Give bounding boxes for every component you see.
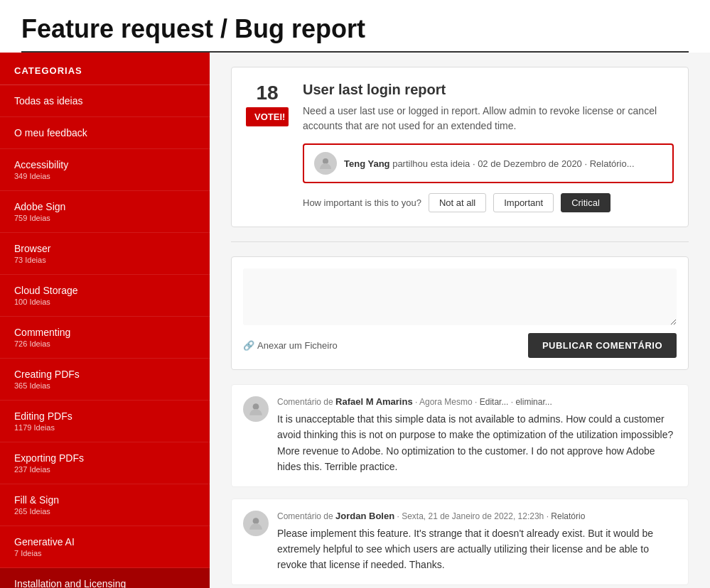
vote-button[interactable]: VOTEI! bbox=[246, 107, 289, 126]
importance-critical[interactable]: Critical bbox=[561, 193, 611, 212]
sidebar-item-label-3: Adobe Sign bbox=[14, 201, 195, 212]
comment-time-0: Agora Mesmo bbox=[419, 397, 473, 407]
sidebar-item-count-9: 237 Ideias bbox=[14, 465, 195, 474]
sidebar-item-label-0: Todas as ideias bbox=[14, 95, 195, 107]
comment-item-0: Comentário de Rafael M Amarins · Agora M… bbox=[231, 384, 689, 487]
comment-text-1: Please implement this feature. It's stra… bbox=[277, 526, 677, 573]
sidebar-item-count-5: 100 Ideias bbox=[14, 298, 195, 306]
comment-time-1: Sexta, 21 de Janeiro de 2022, 12:23h bbox=[402, 511, 544, 521]
attach-label: Anexar um Ficheiro bbox=[257, 340, 338, 351]
author-avatar bbox=[314, 152, 337, 175]
sidebar-item-label-7: Creating PDFs bbox=[14, 369, 195, 380]
sidebar-item-count-11: 7 Ideias bbox=[14, 549, 195, 557]
action-text: partilhou esta ideia bbox=[392, 158, 470, 169]
sidebar-item-label-10: Fill & Sign bbox=[14, 494, 195, 506]
main-content: 18 VOTEI! User last login report Need a … bbox=[210, 53, 710, 588]
sidebar-item-5[interactable]: Cloud Storage100 Ideias bbox=[0, 275, 210, 317]
sidebar-item-10[interactable]: Fill & Sign265 Ideias bbox=[0, 484, 210, 526]
attach-file-link[interactable]: 🔗 Anexar um Ficheiro bbox=[243, 340, 338, 351]
importance-not-at-all[interactable]: Not at all bbox=[429, 193, 486, 212]
sidebar-item-12[interactable]: Installation and Licensing582 Ideias bbox=[0, 568, 210, 588]
sidebar-item-label-8: Editing PDFs bbox=[14, 410, 195, 422]
sidebar-item-11[interactable]: Generative AI7 Ideias bbox=[0, 526, 210, 568]
comment-delete-link-1[interactable]: Relatório bbox=[551, 511, 585, 521]
sidebar-item-label-6: Commenting bbox=[14, 327, 195, 338]
comment-actions: 🔗 Anexar um Ficheiro PUBLICAR COMENTÁRIO bbox=[243, 333, 677, 358]
svg-point-2 bbox=[253, 518, 259, 524]
vote-section: 18 VOTEI! bbox=[246, 82, 289, 212]
sidebar-header: CATEGORIAS bbox=[0, 53, 210, 85]
sidebar-item-1[interactable]: O meu feedback bbox=[0, 117, 210, 149]
importance-important[interactable]: Important bbox=[493, 193, 554, 212]
comment-text-0: It is unacceptable that this simple data… bbox=[277, 411, 677, 475]
idea-title: User last login report bbox=[303, 82, 674, 98]
sidebar-item-count-10: 265 Ideias bbox=[14, 507, 195, 516]
sidebar: CATEGORIAS Todas as ideiasO meu feedback… bbox=[0, 53, 210, 588]
idea-card: 18 VOTEI! User last login report Need a … bbox=[231, 67, 689, 227]
sidebar-item-label-1: O meu feedback bbox=[14, 127, 195, 138]
comment-author-0: Rafael M Amarins bbox=[335, 396, 413, 407]
comments-container: Comentário de Rafael M Amarins · Agora M… bbox=[231, 384, 689, 585]
sidebar-item-7[interactable]: Creating PDFs365 Ideias bbox=[0, 359, 210, 401]
comment-avatar-0 bbox=[243, 396, 269, 422]
section-divider bbox=[231, 241, 689, 242]
sidebar-item-4[interactable]: Browser73 Ideias bbox=[0, 233, 210, 275]
vote-count: 18 bbox=[256, 82, 278, 104]
comment-author-1: Jordan Bolen bbox=[335, 511, 394, 521]
comment-avatar-1 bbox=[243, 511, 269, 536]
attach-icon: 🔗 bbox=[243, 340, 254, 351]
sidebar-item-label-9: Exporting PDFs bbox=[14, 452, 195, 464]
idea-description: Need a user last use or logged in report… bbox=[303, 104, 674, 134]
sidebar-item-label-5: Cloud Storage bbox=[14, 285, 195, 296]
comment-box: 🔗 Anexar um Ficheiro PUBLICAR COMENTÁRIO bbox=[231, 256, 689, 370]
idea-body: User last login report Need a user last … bbox=[303, 82, 674, 212]
comment-textarea[interactable] bbox=[243, 268, 677, 325]
publish-comment-button[interactable]: PUBLICAR COMENTÁRIO bbox=[528, 333, 677, 358]
sidebar-item-9[interactable]: Exporting PDFs237 Ideias bbox=[0, 442, 210, 484]
sidebar-items-container: Todas as ideiasO meu feedbackAccessibili… bbox=[0, 85, 210, 588]
sidebar-item-6[interactable]: Commenting726 Ideias bbox=[0, 317, 210, 359]
sidebar-item-3[interactable]: Adobe Sign759 Ideias bbox=[0, 191, 210, 233]
comment-meta-prefix-0: Comentário de bbox=[277, 397, 335, 407]
svg-point-0 bbox=[323, 158, 328, 164]
sidebar-item-count-3: 759 Ideias bbox=[14, 214, 195, 222]
importance-section: How important is this to you? Not at all… bbox=[303, 193, 674, 212]
comment-content-1: Comentário de Jordan Bolen · Sexta, 21 d… bbox=[277, 511, 677, 573]
sidebar-item-count-8: 1179 Ideias bbox=[14, 423, 195, 432]
importance-label: How important is this to you? bbox=[303, 197, 421, 208]
comment-edit-link-0[interactable]: Editar... bbox=[480, 397, 509, 407]
user-info-box: Teng Yang partilhou esta ideia · 02 de D… bbox=[303, 143, 674, 183]
sidebar-item-label-12: Installation and Licensing bbox=[14, 578, 195, 588]
sidebar-item-8[interactable]: Editing PDFs1179 Ideias bbox=[0, 401, 210, 442]
sidebar-item-count-2: 349 Ideias bbox=[14, 172, 195, 180]
page-title: Feature request / Bug report bbox=[0, 0, 710, 51]
comment-item-1: Comentário de Jordan Bolen · Sexta, 21 d… bbox=[231, 499, 689, 585]
sidebar-item-label-4: Browser bbox=[14, 243, 195, 254]
user-info-text: Teng Yang partilhou esta ideia · 02 de D… bbox=[344, 158, 635, 169]
sidebar-item-count-6: 726 Ideias bbox=[14, 339, 195, 348]
comment-content-0: Comentário de Rafael M Amarins · Agora M… bbox=[277, 396, 677, 475]
report-link[interactable]: Relatório... bbox=[590, 158, 635, 169]
sidebar-item-2[interactable]: Accessibility349 Ideias bbox=[0, 149, 210, 191]
comment-delete-link-0[interactable]: eliminar... bbox=[515, 397, 552, 407]
sidebar-item-count-4: 73 Ideias bbox=[14, 256, 195, 264]
sidebar-item-0[interactable]: Todas as ideias bbox=[0, 85, 210, 117]
idea-date: 02 de Dezembro de 2020 bbox=[478, 158, 582, 169]
comment-meta-prefix-1: Comentário de bbox=[277, 511, 335, 521]
svg-point-1 bbox=[253, 403, 259, 410]
sidebar-item-count-7: 365 Ideias bbox=[14, 381, 195, 390]
sidebar-item-label-11: Generative AI bbox=[14, 536, 195, 548]
author-name: Teng Yang bbox=[344, 158, 390, 169]
layout: CATEGORIAS Todas as ideiasO meu feedback… bbox=[0, 53, 710, 588]
sidebar-item-label-2: Accessibility bbox=[14, 159, 195, 170]
